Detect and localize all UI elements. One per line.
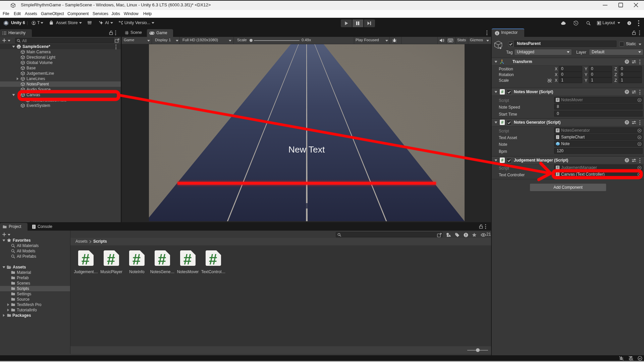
svg-text:?: ?: [626, 90, 628, 94]
svg-text:?: ?: [626, 158, 628, 162]
svg-text:?: ?: [626, 60, 628, 63]
svg-text:?: ?: [626, 120, 628, 124]
svg-text:New Text: New Text: [288, 144, 325, 155]
svg-text:?: ?: [629, 22, 630, 25]
